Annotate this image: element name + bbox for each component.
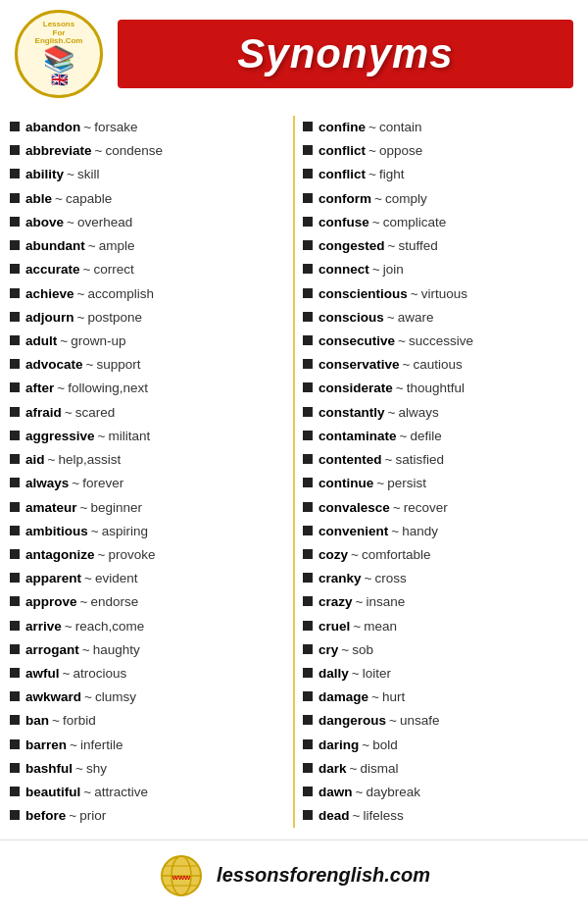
bullet-icon <box>303 359 313 369</box>
tilde: ~ <box>52 709 60 732</box>
tilde: ~ <box>80 590 88 613</box>
bullet-icon <box>303 478 313 487</box>
word: abundant <box>25 234 85 257</box>
word: always <box>25 472 69 494</box>
list-item: dawn ~ daybreak <box>303 781 578 803</box>
flag-icon: 🇬🇧 <box>51 72 68 87</box>
tilde: ~ <box>393 496 401 519</box>
word: cozy <box>318 543 348 566</box>
bullet-icon <box>303 431 313 440</box>
word: dangerous <box>318 709 386 732</box>
synonym: persist <box>387 472 426 494</box>
word: daring <box>318 734 359 756</box>
list-item: accurate ~ correct <box>10 258 285 280</box>
synonym: accomplish <box>87 282 154 305</box>
word: congested <box>318 234 385 257</box>
synonym: unsafe <box>400 709 440 732</box>
synonym: contain <box>379 116 422 138</box>
bullet-icon <box>10 288 20 298</box>
synonym: defile <box>410 425 441 447</box>
tilde: ~ <box>95 139 103 162</box>
word: aggressive <box>25 425 95 447</box>
synonym: forsake <box>94 116 137 138</box>
bullet-icon <box>10 573 20 583</box>
synonym: bold <box>372 734 398 756</box>
list-item: conflict ~ fight <box>303 163 578 185</box>
word: after <box>25 377 54 399</box>
tilde: ~ <box>69 804 76 827</box>
bullet-icon <box>303 621 313 631</box>
tilde: ~ <box>60 330 68 352</box>
tilde: ~ <box>91 520 99 542</box>
synonym: following,next <box>68 377 148 399</box>
tilde: ~ <box>391 520 399 542</box>
word: contented <box>318 448 382 471</box>
tilde: ~ <box>75 757 83 780</box>
list-item: consecutive ~ successive <box>303 330 578 352</box>
list-item: dally ~ loiter <box>303 662 578 685</box>
word: dally <box>318 662 349 685</box>
word: ban <box>25 709 49 732</box>
word: arrogant <box>25 638 79 661</box>
tilde: ~ <box>83 781 91 803</box>
tilde: ~ <box>368 163 376 185</box>
tilde: ~ <box>55 187 63 210</box>
word: ability <box>25 163 64 185</box>
list-item: crazy ~ insane <box>303 590 578 613</box>
synonym: virtuous <box>421 282 467 305</box>
word: before <box>25 804 66 827</box>
list-item: afraid ~ scared <box>10 401 285 424</box>
synonym: oppose <box>379 139 422 162</box>
content-area: abandon ~ forsake abbreviate ~ condense … <box>0 108 588 836</box>
tilde: ~ <box>368 139 376 162</box>
word: afraid <box>25 401 62 424</box>
word: awful <box>25 662 60 685</box>
bullet-icon <box>10 312 20 322</box>
synonym: thoughtful <box>407 377 465 399</box>
bullet-icon <box>303 810 313 820</box>
word: aid <box>25 448 45 471</box>
list-item: awkward ~ clumsy <box>10 686 285 708</box>
list-item: considerate ~ thoughtful <box>303 377 578 399</box>
bullet-icon <box>10 787 20 796</box>
books-icon: 📚 <box>43 46 74 72</box>
tilde: ~ <box>396 377 404 399</box>
word: dawn <box>318 781 353 803</box>
word: adjourn <box>25 306 74 329</box>
list-item: aggressive ~ militant <box>10 425 285 447</box>
synonym: cautious <box>413 353 462 376</box>
list-item: congested ~ stuffed <box>303 234 578 257</box>
word: approve <box>25 590 77 613</box>
list-item: arrive ~ reach,come <box>10 615 285 637</box>
tilde: ~ <box>372 258 380 280</box>
synonym: handy <box>402 520 438 542</box>
synonym: sob <box>352 638 373 661</box>
word: dead <box>318 804 350 827</box>
word: dark <box>318 757 347 780</box>
logo-text: LessonsForEnglish.Com <box>35 21 83 46</box>
synonym: aspiring <box>102 520 148 542</box>
list-item: conscientious ~ virtuous <box>303 282 578 305</box>
synonym: cross <box>374 567 406 589</box>
bullet-icon <box>10 454 20 464</box>
list-item: adjourn ~ postpone <box>10 306 285 329</box>
list-item: conflict ~ oppose <box>303 139 578 162</box>
title-banner: Synonyms <box>118 20 573 88</box>
synonym: infertile <box>80 734 123 756</box>
word: ambitious <box>25 520 88 542</box>
bullet-icon <box>303 382 313 392</box>
list-item: apparent ~ evident <box>10 567 285 589</box>
list-item: before ~ prior <box>10 804 285 827</box>
synonym: clumsy <box>95 686 136 708</box>
list-item: conservative ~ cautious <box>303 353 578 376</box>
tilde: ~ <box>70 734 77 756</box>
list-item: bashful ~ shy <box>10 757 285 780</box>
word: able <box>25 187 52 210</box>
tilde: ~ <box>84 686 92 708</box>
synonym: mean <box>364 615 397 637</box>
list-item: confine ~ contain <box>303 116 578 138</box>
list-item: amateur ~ beginner <box>10 496 285 519</box>
list-item: advocate ~ support <box>10 353 285 376</box>
list-item: confuse ~ complicate <box>303 211 578 233</box>
list-item: achieve ~ accomplish <box>10 282 285 305</box>
